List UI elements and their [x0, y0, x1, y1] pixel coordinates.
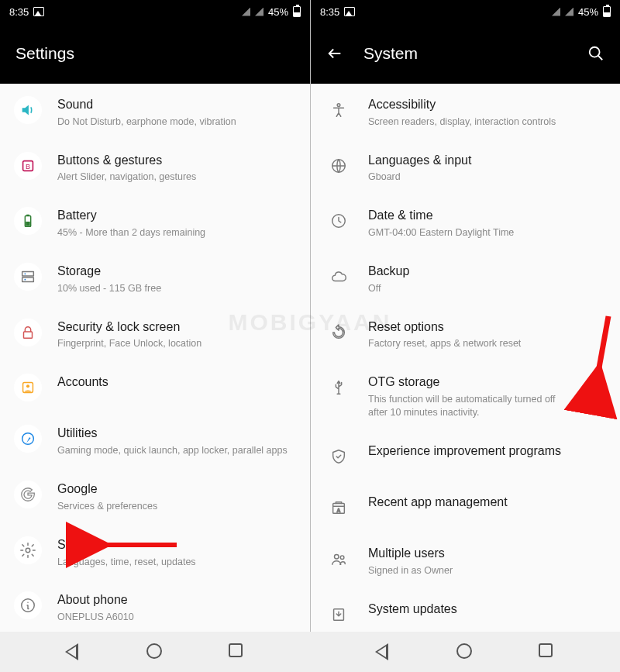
- svg-rect-4: [26, 222, 30, 226]
- item-subtitle: Screen readers, display, interaction con…: [368, 115, 606, 129]
- settings-item-utilities[interactable]: UtilitiesGaming mode, quick launch, app …: [0, 412, 310, 468]
- svg-point-16: [337, 104, 340, 107]
- android-navbar: [0, 632, 620, 672]
- svg-point-11: [26, 385, 29, 388]
- item-subtitle: ONEPLUS A6010: [57, 611, 296, 624]
- item-title: Sound: [57, 97, 296, 113]
- phone-left-settings: 8:35 45% Settings SoundDo Not Disturb, e…: [0, 0, 310, 632]
- item-subtitle: Alert Slider, navigation, gestures: [57, 171, 296, 184]
- svg-point-21: [335, 554, 339, 559]
- nav-back-button[interactable]: [65, 643, 82, 660]
- dual-screenshot-container: 8:35 45% Settings SoundDo Not Disturb, e…: [0, 0, 620, 632]
- nav-recent-button[interactable]: [229, 643, 246, 660]
- signal-icon: [552, 8, 560, 16]
- svg-text:A: A: [337, 507, 341, 512]
- header-system: System: [311, 23, 620, 84]
- item-subtitle: Off: [368, 282, 606, 295]
- buttons-icon: B: [14, 152, 42, 180]
- item-title: Experience improvement programs: [368, 443, 606, 460]
- settings-item-reset[interactable]: Reset optionsFactory reset, apps & netwo…: [311, 306, 620, 362]
- svg-text:B: B: [26, 162, 30, 170]
- item-title: Multiple users: [368, 546, 606, 562]
- battery-icon: [14, 207, 42, 235]
- settings-item-account[interactable]: Accounts: [0, 361, 310, 412]
- settings-list[interactable]: SoundDo Not Disturb, earphone mode, vibr…: [0, 84, 310, 632]
- shield-icon: [325, 443, 353, 470]
- item-title: About phone: [57, 592, 296, 608]
- system-list[interactable]: AccessibilityScreen readers, display, in…: [311, 84, 620, 632]
- reset-icon: [325, 319, 353, 346]
- item-subtitle: Fingerprint, Face Unlock, location: [57, 337, 296, 350]
- settings-item-globe[interactable]: Languages & inputGboard: [311, 140, 620, 195]
- globe-icon: [325, 152, 353, 180]
- lock-icon: [14, 319, 42, 346]
- settings-item-sound[interactable]: SoundDo Not Disturb, earphone mode, vibr…: [0, 84, 310, 140]
- item-subtitle: Gboard: [368, 171, 606, 184]
- item-title: Utilities: [57, 426, 296, 442]
- item-subtitle: Signed in as Owner: [368, 564, 606, 577]
- settings-item-accessibility[interactable]: AccessibilityScreen readers, display, in…: [311, 84, 620, 140]
- signal-icon: [565, 8, 574, 16]
- update-icon: [325, 601, 353, 629]
- image-indicator-icon: [344, 7, 355, 16]
- settings-item-gear[interactable]: SystemLanguages, time, reset, updates: [0, 524, 310, 580]
- settings-item-google[interactable]: GoogleServices & preferences: [0, 468, 310, 524]
- battery-percent: 45%: [578, 6, 598, 18]
- search-button[interactable]: [587, 45, 604, 62]
- nav-home-button[interactable]: [456, 643, 474, 660]
- item-title: Recent app management: [368, 495, 606, 511]
- gear-icon: [14, 536, 42, 564]
- item-title: System updates: [368, 601, 606, 618]
- clock-icon: [325, 207, 353, 235]
- signal-icon: [242, 8, 250, 16]
- settings-item-storage[interactable]: Storage10% used - 115 GB free: [0, 250, 310, 306]
- svg-point-12: [22, 433, 34, 445]
- settings-item-users[interactable]: Multiple usersSigned in as Owner: [311, 532, 620, 588]
- settings-item-clock[interactable]: Date & timeGMT-04:00 Eastern Daylight Ti…: [311, 195, 620, 250]
- cloud-icon: [325, 263, 353, 291]
- settings-item-info[interactable]: About phoneONEPLUS A6010: [0, 579, 310, 632]
- svg-point-22: [340, 556, 344, 560]
- svg-point-15: [590, 47, 600, 57]
- back-button[interactable]: [326, 45, 343, 62]
- settings-item-battery[interactable]: Battery45% - More than 2 days remaining: [0, 195, 310, 250]
- item-title: Backup: [368, 264, 606, 280]
- item-title: Google: [57, 481, 296, 498]
- settings-item-buttons[interactable]: BButtons & gesturesAlert Slider, navigat…: [0, 140, 310, 195]
- nav-back-button[interactable]: [375, 643, 392, 660]
- signal-icon: [255, 8, 264, 16]
- usb-icon: [325, 374, 353, 401]
- settings-item-recent[interactable]: ARecent app management: [311, 481, 620, 532]
- item-title: System: [57, 537, 296, 553]
- item-title: OTG storage: [368, 374, 564, 391]
- item-subtitle: This function will be automatically turn…: [368, 393, 564, 419]
- settings-item-shield[interactable]: Experience improvement programs: [311, 430, 620, 481]
- item-subtitle: Factory reset, apps & network reset: [368, 337, 606, 350]
- item-title: Battery: [57, 208, 296, 224]
- battery-icon: [293, 6, 301, 17]
- settings-item-update[interactable]: System updates: [311, 588, 620, 632]
- battery-icon: [603, 6, 611, 17]
- item-subtitle: GMT-04:00 Eastern Daylight Time: [368, 226, 606, 240]
- svg-rect-3: [26, 215, 29, 216]
- sound-icon: [14, 96, 42, 124]
- item-subtitle: Languages, time, reset, updates: [57, 556, 296, 569]
- item-title: Accessibility: [368, 97, 606, 113]
- svg-point-13: [26, 548, 30, 553]
- page-title: System: [363, 44, 418, 63]
- otg-storage-toggle[interactable]: [580, 389, 606, 403]
- nav-recent-button[interactable]: [539, 643, 556, 660]
- status-bar: 8:35 45%: [311, 0, 620, 23]
- settings-item-lock[interactable]: Security & lock screenFingerprint, Face …: [0, 306, 310, 362]
- item-title: Storage: [57, 264, 296, 280]
- item-title: Security & lock screen: [57, 319, 296, 336]
- nav-home-button[interactable]: [146, 643, 164, 660]
- status-bar: 8:35 45%: [0, 0, 310, 23]
- item-title: Reset options: [368, 319, 606, 336]
- recent-icon: A: [325, 494, 353, 522]
- account-icon: [14, 374, 42, 401]
- item-subtitle: Gaming mode, quick launch, app locker, p…: [57, 444, 296, 457]
- settings-item-cloud[interactable]: BackupOff: [311, 250, 620, 306]
- storage-icon: [14, 263, 42, 291]
- settings-item-usb[interactable]: OTG storageThis function will be automat…: [311, 361, 620, 430]
